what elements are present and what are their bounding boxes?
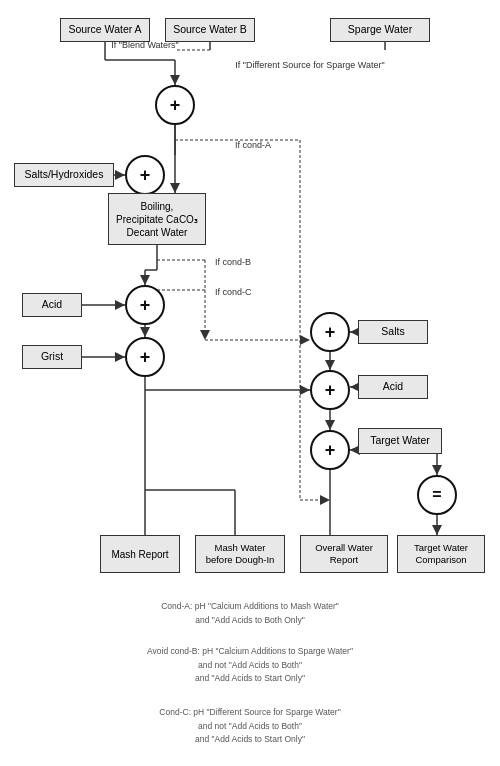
svg-marker-18 [115, 170, 125, 180]
sparge-water-box: Sparge Water [330, 18, 430, 42]
plus-circle-2: + [125, 155, 165, 195]
footer-cond-b: Avoid cond-B: pH "Calcium Additions to S… [50, 645, 450, 686]
salts-hydroxides-box: Salts/Hydroxides [14, 163, 114, 187]
svg-marker-14 [320, 495, 330, 505]
overall-water-box: Overall WaterReport [300, 535, 388, 573]
svg-marker-16 [170, 183, 180, 193]
svg-marker-56 [432, 525, 442, 535]
svg-marker-32 [115, 300, 125, 310]
salts-right-box: Salts [358, 320, 428, 344]
target-water-comparison-box: Target WaterComparison [397, 535, 485, 573]
plus-circle-4: + [125, 337, 165, 377]
boiling-box: Boiling,Precipitate CaCO₃Decant Water [108, 193, 206, 245]
footer-cond-a: Cond-A: pH "Calcium Additions to Mash Wa… [50, 600, 450, 627]
svg-marker-40 [300, 385, 310, 395]
acid-right-box: Acid [358, 375, 428, 399]
svg-marker-44 [325, 360, 335, 370]
mash-report-box: Mash Report [100, 535, 180, 573]
plus-circle-7: + [310, 430, 350, 470]
plus-circle-1: + [155, 85, 195, 125]
source-water-b-box: Source Water B [165, 18, 255, 42]
mash-water-box: Mash Waterbefore Dough-In [195, 535, 285, 573]
source-water-a-box: Source Water A [60, 18, 150, 42]
plus-circle-5: + [310, 312, 350, 352]
svg-marker-48 [325, 420, 335, 430]
svg-marker-54 [432, 465, 442, 475]
svg-text:If cond-B: If cond-B [215, 257, 251, 267]
target-water-box: Target Water [358, 428, 442, 454]
svg-marker-36 [115, 352, 125, 362]
equals-circle: = [417, 475, 457, 515]
svg-text:If cond-C: If cond-C [215, 287, 252, 297]
svg-marker-3 [170, 75, 180, 85]
diagram-container: If "Blend Waters" If "Different Source f… [0, 0, 500, 766]
svg-text:If cond-A: If cond-A [235, 140, 271, 150]
grist-box: Grist [22, 345, 82, 369]
plus-circle-6: + [310, 370, 350, 410]
acid-box: Acid [22, 293, 82, 317]
svg-marker-23 [200, 330, 210, 340]
plus-circle-3: + [125, 285, 165, 325]
svg-marker-25 [300, 335, 310, 345]
footer-cond-c: Cond-C: pH "Different Source for Sparge … [50, 706, 450, 747]
svg-marker-34 [140, 327, 150, 337]
svg-marker-30 [140, 275, 150, 285]
svg-text:If "Different Source for Sparg: If "Different Source for Sparge Water" [235, 60, 384, 70]
